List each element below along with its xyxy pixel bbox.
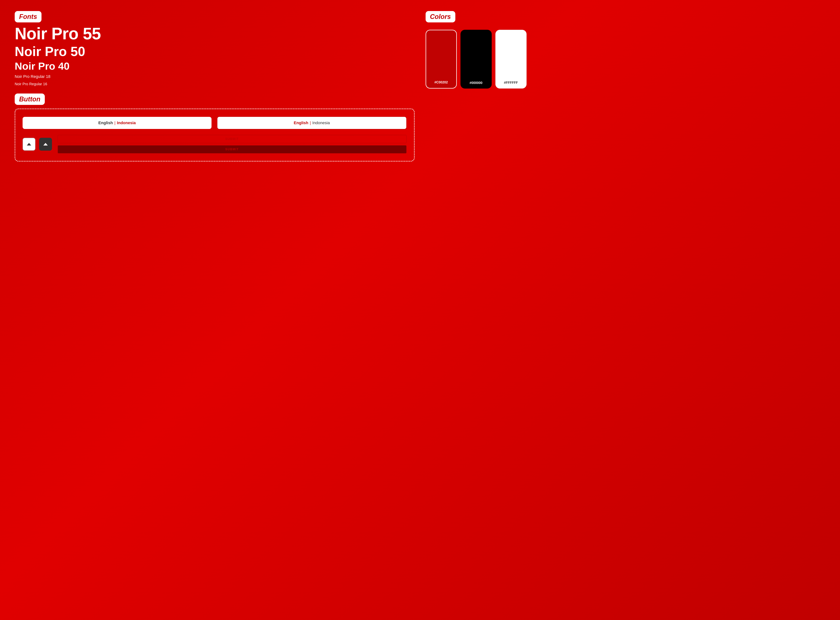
color-hex-red: #C00202 [434,80,448,84]
color-swatch-white: #FFFFFF [495,30,526,89]
lang-id-white: Indonesia [117,120,136,125]
icon-buttons [22,138,52,150]
button-badge: Button [15,93,45,105]
color-card-red: #C00202 [426,30,457,89]
color-hex-black: #000000 [470,81,482,85]
font-display-40: Noir Pro 40 [15,61,415,71]
chevron-up-dark-button[interactable] [39,138,52,150]
chevron-up-white-button[interactable] [22,138,35,150]
color-card-white: #FFFFFF [495,30,526,89]
lang-buttons-row: English | Indonesia English | Indonesia [22,116,407,129]
lang-button-red[interactable]: English | Indonesia [217,116,407,129]
color-swatch-black: #000000 [460,30,492,89]
lang-button-white[interactable]: English | Indonesia [22,117,212,129]
lang-divider-white: | [114,120,116,125]
color-swatch-red: #C00202 [426,30,457,89]
lang-divider-red: | [310,120,311,125]
colors-label: Colors [430,13,451,20]
button-label: Button [19,95,40,103]
font-display-50: Noir Pro 50 [15,45,415,58]
color-hex-white: #FFFFFF [504,81,518,85]
colors-badge: Colors [426,11,455,23]
fonts-label: Fonts [19,13,37,20]
font-display-55: Noir Pro 55 [15,26,415,42]
colors-section: #C00202 #000000 #FFFFFF [426,30,825,89]
chevron-up-white-icon [44,143,48,146]
font-regular-18: Noir Pro Regular 18 [15,74,415,79]
color-card-black: #000000 [460,30,492,89]
submit-buttons: SUBMIT SUBMIT [57,135,407,153]
lang-en-red: English [294,120,308,125]
icon-submit-row: SUBMIT SUBMIT [22,135,407,153]
button-container: English | Indonesia English | Indonesia [15,108,415,161]
submit-outline-button[interactable]: SUBMIT [57,135,407,143]
chevron-up-icon [27,143,31,146]
fonts-badge: Fonts [15,11,42,23]
submit-filled-button[interactable]: SUBMIT [57,145,407,153]
lang-en-white: English [98,120,113,125]
lang-id-red: Indonesia [312,120,330,125]
font-regular-16: Noir Pro Regular 16 [15,82,415,86]
